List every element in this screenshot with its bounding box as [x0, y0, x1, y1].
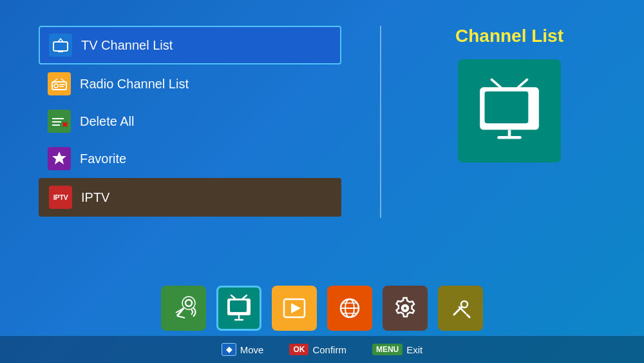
- toolbar-item-globe[interactable]: [327, 286, 372, 331]
- toolbar-item-media[interactable]: [272, 286, 317, 331]
- toolbar-item-tv[interactable]: [216, 286, 261, 331]
- tv-icon: [225, 294, 253, 322]
- menu-item-label-favorite: Favorite: [80, 152, 126, 166]
- toolbar-item-settings[interactable]: [383, 286, 428, 331]
- tv-preview-box: [458, 59, 561, 162]
- exit-label: Exit: [406, 344, 422, 355]
- tv-button[interactable]: [216, 286, 261, 331]
- svg-rect-18: [485, 92, 529, 124]
- svg-point-19: [529, 98, 535, 104]
- iptv-icon: IPTV: [49, 186, 72, 209]
- menu-item-iptv[interactable]: IPTV IPTV: [39, 178, 341, 217]
- page-title: Channel List: [455, 26, 564, 46]
- svg-point-32: [247, 303, 250, 306]
- toolbar-item-tools[interactable]: [438, 286, 483, 331]
- globe-button[interactable]: [327, 286, 372, 331]
- tv-channel-icon: [49, 34, 72, 57]
- hint-bar: ◆ Move OK Confirm MENU Exit: [0, 336, 644, 363]
- menu-item-label-iptv: IPTV: [81, 190, 109, 205]
- delete-all-icon: [48, 110, 71, 133]
- confirm-badge: OK: [289, 344, 308, 355]
- main-content: TV Channel List Radio Channel List: [0, 0, 644, 231]
- svg-marker-37: [291, 303, 301, 313]
- panel-divider: [380, 26, 381, 218]
- svg-line-28: [231, 295, 235, 299]
- menu-item-radio-channel-list[interactable]: Radio Channel List: [39, 66, 341, 102]
- svg-line-29: [243, 295, 247, 299]
- exit-badge: MENU: [372, 344, 402, 355]
- move-badge: ◆: [222, 343, 236, 356]
- svg-line-15: [492, 79, 501, 87]
- hint-confirm: OK Confirm: [289, 344, 346, 355]
- svg-line-16: [518, 79, 527, 87]
- svg-point-4: [54, 84, 58, 88]
- globe-icon: [337, 295, 363, 321]
- hint-move: ◆ Move: [222, 343, 264, 356]
- favorite-icon: [48, 147, 71, 170]
- menu-item-label-delete: Delete All: [80, 114, 135, 129]
- svg-point-33: [247, 308, 250, 310]
- tv-preview-icon: [474, 75, 545, 146]
- svg-line-27: [177, 316, 185, 318]
- right-panel: Channel List: [413, 26, 605, 218]
- svg-point-20: [529, 108, 535, 113]
- radio-channel-icon: [48, 72, 71, 95]
- svg-line-47: [467, 315, 469, 317]
- toolbar-item-satellite[interactable]: [161, 286, 206, 331]
- menu-item-tv-channel-list[interactable]: TV Channel List: [39, 26, 341, 64]
- satellite-button[interactable]: [161, 286, 206, 331]
- svg-rect-31: [230, 300, 247, 312]
- tools-button[interactable]: [438, 286, 483, 331]
- gear-icon: [392, 295, 418, 321]
- left-panel: TV Channel List Radio Channel List: [39, 26, 348, 218]
- media-button[interactable]: [272, 286, 317, 331]
- tools-icon: [448, 295, 473, 321]
- satellite-icon: [171, 295, 196, 321]
- menu-item-favorite[interactable]: Favorite: [39, 141, 341, 177]
- menu-list: TV Channel List Radio Channel List: [39, 26, 341, 217]
- media-icon: [281, 295, 307, 321]
- menu-item-label-tv: TV Channel List: [81, 38, 173, 53]
- svg-point-23: [185, 300, 192, 306]
- confirm-label: Confirm: [312, 344, 346, 355]
- bottom-toolbar: [0, 286, 644, 331]
- svg-marker-14: [52, 152, 66, 164]
- svg-rect-0: [53, 42, 68, 51]
- move-label: Move: [240, 344, 264, 355]
- hint-exit: MENU Exit: [372, 344, 422, 355]
- menu-item-label-radio: Radio Channel List: [80, 77, 189, 92]
- settings-button[interactable]: [383, 286, 428, 331]
- menu-item-delete-all[interactable]: Delete All: [39, 103, 341, 139]
- svg-point-45: [461, 301, 468, 308]
